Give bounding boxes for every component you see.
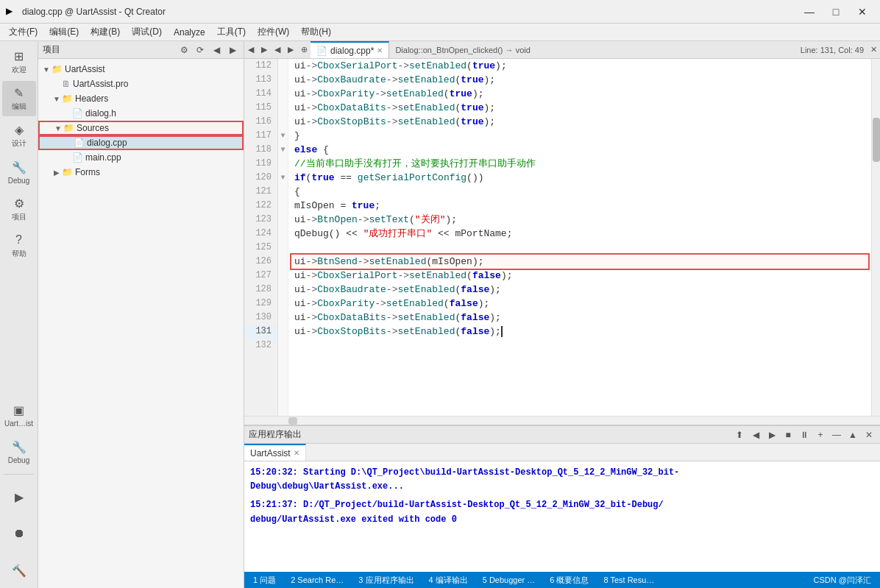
sidebar-icon-label-3: Debug (8, 177, 29, 185)
tree-item-pro[interactable]: 🗎 UartAssist.pro (38, 77, 244, 91)
editor-close-button[interactable]: ✕ (867, 45, 880, 54)
tab-forward-button[interactable]: ▶ (258, 41, 271, 58)
vertical-scrollbar[interactable] (871, 59, 880, 416)
fold-122 (278, 199, 288, 213)
tree-item-dialog-h[interactable]: 📄 dialog.h (38, 106, 244, 121)
tree-item-dialog-cpp[interactable]: 📄 dialog.cpp (38, 135, 244, 150)
bottom-collapse-button[interactable]: — (830, 428, 843, 442)
sidebar-icon-项目[interactable]: ⚙项目 (2, 191, 36, 227)
status-debugger[interactable]: 5 Debugger … (480, 575, 539, 584)
maximize-button[interactable]: □ (824, 4, 848, 19)
menu-item-0[interactable]: 文件(F) (3, 24, 43, 40)
code-editor[interactable]: 112 113 114 115 116 117 118 119 120 121 … (244, 59, 880, 416)
menu-bar: 文件(F)编辑(E)构建(B)调试(D)Analyze工具(T)控件(W)帮助(… (0, 24, 880, 41)
tab-menu-button[interactable]: ⊕ (297, 41, 311, 58)
tree-item-main-cpp[interactable]: 📄 main.cpp (38, 150, 244, 165)
fold-120[interactable]: ▼ (278, 171, 288, 185)
line-num-129: 129 (244, 297, 277, 311)
bottom-pause-button[interactable]: ⏸ (798, 428, 811, 442)
fold-127 (278, 269, 288, 283)
tree-label-main-cpp: main.cpp (85, 152, 121, 163)
main-cpp-icon: 📄 (72, 152, 83, 163)
sidebar-action-icon-run[interactable]: ▶ (2, 479, 36, 514)
h-scrollbar-thumb[interactable] (288, 417, 297, 425)
menu-item-4[interactable]: Analyze (168, 26, 211, 39)
bottom-tab-close-icon[interactable]: ✕ (294, 449, 299, 457)
project-filter-button[interactable]: ⚙ (177, 43, 191, 57)
close-button[interactable]: ✕ (851, 4, 874, 19)
fold-117[interactable]: ▼ (278, 129, 288, 143)
status-app-output[interactable]: 3 应用程序输出 (355, 575, 416, 586)
window-controls: — □ ✕ (798, 4, 874, 19)
breadcrumb-function: Dialog::on_BtnOpen_clicked() → void (395, 46, 530, 54)
status-general[interactable]: 6 概要信息 (547, 575, 592, 586)
sidebar-icon-编辑[interactable]: ✎编辑 (2, 81, 36, 116)
tab-back-button[interactable]: ◀ (244, 41, 258, 58)
code-content[interactable]: ui->CboxSerialPort->setEnabled(true); ui… (288, 59, 871, 416)
tree-item-sources[interactable]: ▼ 📁 Sources (38, 121, 244, 135)
tab-forward2-button[interactable]: ▶ (284, 41, 297, 58)
headers-folder-icon: 📁 (62, 93, 73, 104)
menu-item-3[interactable]: 调试(D) (126, 24, 168, 40)
line-num-120: 120 (244, 171, 277, 185)
project-tree: ▼ 📁 UartAssist 🗎 UartAssist.pro ▼ 📁 (38, 59, 244, 588)
code-line-131: ui->CboxStopBits->setEnabled(false); (291, 325, 868, 339)
sidebar-icon-帮助[interactable]: ?帮助 (2, 228, 36, 263)
line-num-119: 119 (244, 157, 277, 171)
minimize-button[interactable]: — (798, 4, 821, 19)
code-line-128: ui->CboxBaudrate->setEnabled(false); (291, 283, 868, 297)
sidebar-action-icon-record[interactable]: ⏺ (2, 516, 36, 551)
horizontal-scrollbar[interactable] (244, 416, 880, 425)
menu-item-6[interactable]: 控件(W) (252, 24, 295, 40)
line-num-128: 128 (244, 283, 277, 297)
status-search[interactable]: 2 Search Re… (288, 575, 347, 584)
scrollbar-thumb[interactable] (873, 118, 880, 162)
window-title: dialog.cpp @ UartAssist - Qt Creator (22, 7, 798, 17)
project-forward-button[interactable]: ▶ (226, 43, 239, 57)
tree-item-uartassist[interactable]: ▼ 📁 UartAssist (38, 62, 244, 77)
bottom-run-button[interactable]: ▶ (765, 428, 778, 442)
project-sync-button[interactable]: ⟳ (194, 43, 207, 57)
tree-item-headers[interactable]: ▼ 📁 Headers (38, 91, 244, 106)
project-back-button[interactable]: ◀ (210, 43, 223, 57)
tree-label-dialog-h: dialog.h (85, 108, 116, 118)
bottom-panel-up-button[interactable]: ▲ (846, 428, 859, 442)
code-line-120: if(true == getSerialPortConfig()) (291, 171, 868, 185)
bottom-prev-button[interactable]: ◀ (749, 428, 762, 442)
tree-item-forms[interactable]: ▶ 📁 Forms (38, 165, 244, 180)
bottom-up-button[interactable]: ⬆ (733, 428, 746, 442)
status-compile-output[interactable]: 4 编译输出 (426, 575, 471, 586)
line-num-121: 121 (244, 185, 277, 199)
status-test[interactable]: 8 Test Resu… (600, 575, 657, 584)
sidebar-icon-Debug[interactable]: 🔧Debug (2, 155, 36, 190)
menu-item-7[interactable]: 帮助(H) (295, 24, 337, 40)
sidebar-icon-欢迎[interactable]: ⊞欢迎 (2, 44, 36, 79)
line-num-130: 130 (244, 311, 277, 325)
sidebar-icon-shape-0: ⊞ (12, 49, 26, 63)
sidebar-action-icon-wrench[interactable]: 🔨 (2, 553, 36, 588)
line-num-131: 131 (244, 325, 277, 339)
menu-item-5[interactable]: 工具(T) (211, 24, 252, 40)
menu-item-1[interactable]: 编辑(E) (43, 24, 85, 40)
tab-close-button[interactable]: ✕ (377, 46, 383, 54)
fold-118[interactable]: ▼ (278, 143, 288, 157)
sidebar-bottom-icon-0[interactable]: ▣Uart…ist (2, 397, 36, 433)
tab-back2-button[interactable]: ◀ (271, 41, 284, 58)
sidebar-icon-设计[interactable]: ◈设计 (2, 118, 36, 153)
bottom-add-button[interactable]: + (814, 428, 827, 442)
bottom-panel-close-button[interactable]: ✕ (862, 428, 876, 442)
status-problems[interactable]: 1 问题 (250, 575, 279, 586)
bottom-panel-title: 应用程序输出 (249, 428, 730, 441)
code-line-127: ui->CboxSerialPort->setEnabled(false); (291, 269, 868, 283)
tab-uartassist-output[interactable]: UartAssist ✕ (244, 444, 306, 461)
sidebar-icon-shape-4: ⚙ (12, 196, 26, 210)
sidebar-bottom-icon-1[interactable]: 🔧Debug (2, 434, 36, 470)
tab-dialog-cpp[interactable]: 📄 dialog.cpp* ✕ (311, 41, 389, 58)
line-num-123: 123 (244, 213, 277, 227)
menu-item-2[interactable]: 构建(B) (85, 24, 126, 40)
fold-112 (278, 59, 288, 73)
tree-label-sources: Sources (77, 123, 109, 133)
sidebar-icon-label-0: 欢迎 (12, 65, 26, 75)
bottom-stop-button[interactable]: ■ (781, 428, 795, 442)
code-line-121: { (291, 185, 868, 199)
